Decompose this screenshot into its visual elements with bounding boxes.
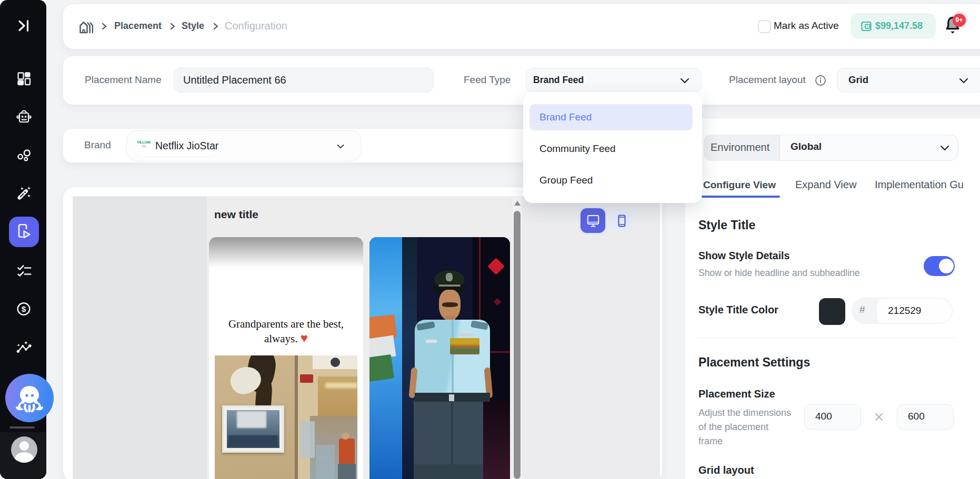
svg-text:$: $ xyxy=(22,304,26,313)
